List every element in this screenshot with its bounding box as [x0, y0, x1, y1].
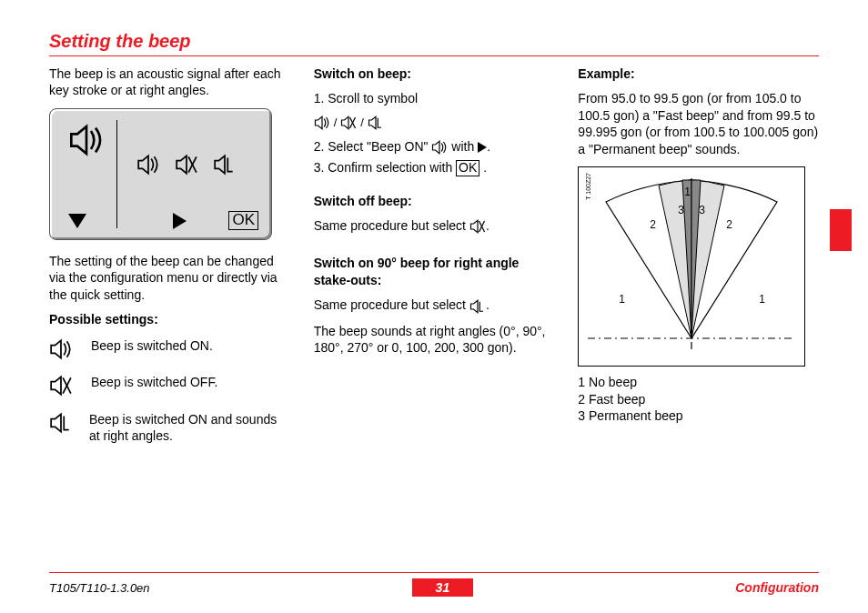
- setting-text: Beep is switched OFF.: [91, 374, 217, 390]
- speaker-90-icon: [368, 115, 384, 131]
- diag-label-1: 1: [759, 293, 765, 307]
- speaker-off-icon: [49, 374, 75, 401]
- speaker-off-icon: [340, 115, 357, 131]
- footer: T105/T110-1.3.0en 31 Configuration: [49, 578, 819, 597]
- right-arrow-icon: [173, 213, 187, 229]
- ok-button-icon: OK: [228, 211, 258, 230]
- speaker-on-icon: [49, 337, 75, 365]
- speaker-90-icon: [213, 153, 237, 180]
- right-angle-heading: Switch on 90° beep for right angle stake…: [314, 255, 555, 288]
- setting-text: Beep is switched ON and sounds at right …: [89, 411, 290, 445]
- example-text: From 95.0 to 99.5 gon (or from 105.0 to …: [578, 90, 819, 157]
- diag-label-3: 3: [699, 204, 705, 218]
- legend-item: 1 No beep: [578, 374, 819, 390]
- switch-on-heading: Switch on beep:: [314, 65, 555, 82]
- right-angle-text: Same procedure but select .: [314, 296, 555, 314]
- setting-text: Beep is switched ON.: [91, 337, 213, 354]
- title-rule: [49, 55, 819, 56]
- footer-rule: [49, 572, 819, 573]
- switch-off-heading: Switch off beep:: [314, 193, 555, 209]
- device-screen: OK: [49, 108, 272, 240]
- column-1: The beep is an acoustic signal after eac…: [49, 65, 290, 445]
- speaker-on-icon: [431, 139, 448, 156]
- column-3: Example: From 95.0 to 99.5 gon (or from …: [578, 65, 819, 445]
- speaker-off-icon: [175, 153, 198, 180]
- footer-page-number: 31: [412, 578, 474, 597]
- column-2: Switch on beep: 1. Scroll to symbol / / …: [314, 65, 555, 445]
- page-title: Setting the beep: [49, 31, 819, 52]
- step-1-icons: / /: [314, 115, 384, 131]
- speaker-90-icon: [469, 298, 486, 315]
- right-arrow-icon: [478, 142, 487, 153]
- speaker-on-icon: [314, 115, 330, 131]
- legend-item: 3 Permanent beep: [578, 407, 819, 424]
- diag-label-1: 1: [619, 293, 625, 307]
- example-heading: Example:: [578, 65, 819, 82]
- speaker-on-icon: [68, 122, 105, 158]
- speaker-off-icon: [469, 218, 486, 235]
- beep-zone-diagram: T 100Z27 1 3: [578, 166, 805, 367]
- intro-text: The beep is an acoustic signal after eac…: [49, 65, 290, 99]
- speaker-90-icon: [49, 411, 73, 438]
- diag-label-2: 2: [650, 218, 656, 233]
- diag-label-1: 1: [684, 186, 691, 200]
- switch-off-text: Same procedure but select .: [314, 217, 555, 235]
- down-arrow-icon: [68, 214, 86, 228]
- right-angle-extra: The beep sounds at right angles (0°, 90°…: [314, 323, 555, 357]
- step-1: 1. Scroll to symbol: [314, 90, 555, 106]
- legend-item: 2 Fast beep: [578, 391, 819, 407]
- possible-settings-heading: Possible settings:: [49, 311, 290, 327]
- speaker-on-icon: [136, 153, 160, 180]
- diag-label-2: 2: [726, 218, 732, 233]
- after-screen-text: The setting of the beep can be changed v…: [49, 253, 290, 303]
- step-3: 3. Confirm selection with OK .: [314, 159, 555, 176]
- side-tab: [830, 209, 852, 251]
- step-2: 2. Select "Beep ON" with .: [314, 138, 555, 156]
- footer-doc-id: T105/T110-1.3.0en: [49, 581, 150, 595]
- ok-button-icon: OK: [456, 160, 479, 176]
- footer-section: Configuration: [735, 580, 819, 595]
- diagram-legend: 1 No beep 2 Fast beep 3 Permanent beep: [578, 374, 819, 424]
- diag-label-3: 3: [678, 204, 684, 218]
